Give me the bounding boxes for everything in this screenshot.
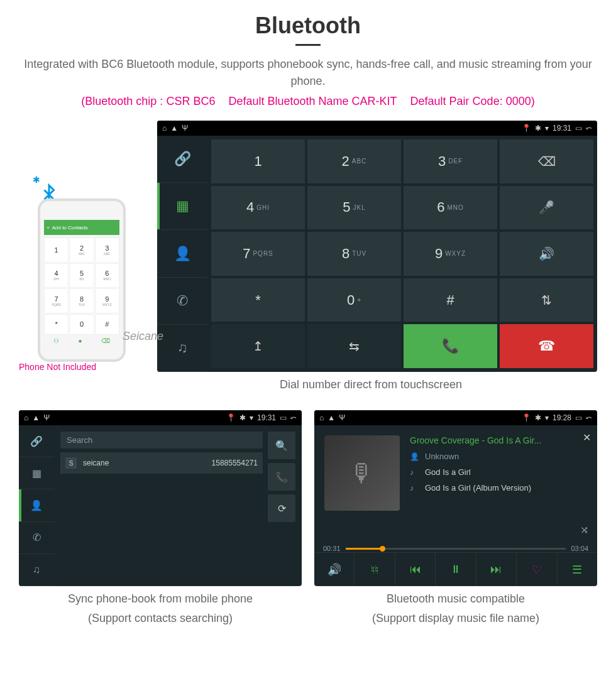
- phone-key: 7PQRS: [44, 288, 69, 313]
- phonebook-caption-2: (Support contacts searching): [19, 612, 302, 625]
- phone-key: *: [44, 314, 69, 335]
- home-icon[interactable]: ⌂: [162, 124, 167, 133]
- sidebar-dialpad-icon[interactable]: ▦: [157, 183, 207, 230]
- sidebar-pair-icon[interactable]: 🔗: [19, 425, 54, 457]
- title-underline: [295, 44, 321, 46]
- spec-name: Default Bluetooth Name CAR-KIT: [228, 95, 397, 107]
- sync-button[interactable]: ⟳: [268, 494, 295, 522]
- dialer-screen: ⌂ ▲ Ψ 📍 ✱ ▾ 19:31 ▭ ⤺ 🔗 ▦ 👤 ✆ ♫: [157, 121, 597, 372]
- sidebar-music-icon[interactable]: ♫: [157, 325, 207, 372]
- album-art: 🎙: [324, 435, 400, 511]
- spec-chip: (Bluetooth chip : CSR BC6: [81, 95, 215, 107]
- wifi-icon: ▾: [545, 413, 549, 422]
- contact-initial: S: [65, 457, 77, 469]
- sidebar-calllog-icon[interactable]: ✆: [19, 522, 54, 554]
- spec-pair: Default Pair Code: 0000): [410, 95, 535, 107]
- dial-speaker-button[interactable]: 🔊: [500, 232, 593, 276]
- call-icon: ●: [78, 337, 82, 344]
- dial-backspace-button[interactable]: ⌫: [500, 139, 593, 183]
- back-icon[interactable]: ⤺: [586, 124, 592, 133]
- phone-key: 9WXYZ: [95, 288, 119, 313]
- status-bar: ⌂ ▲ Ψ 📍 ✱ ▾ 19:31 ▭ ⤺: [19, 410, 302, 425]
- dial-mute-button[interactable]: 🎤: [500, 186, 593, 230]
- pause-button[interactable]: ⏸: [436, 553, 476, 586]
- warning-icon: ▲: [170, 124, 178, 133]
- phone-key: 3DEF: [95, 237, 119, 263]
- bluetooth-status-icon: ✱: [535, 413, 541, 422]
- back-icon[interactable]: ⤺: [586, 413, 592, 422]
- favorite-button[interactable]: ♡: [517, 553, 557, 586]
- dial-key-3[interactable]: 3DEF: [404, 139, 497, 183]
- phone-mockup: + Add to Contacts 1 2ABC 3DEF 4GHI 5JKL …: [38, 199, 126, 362]
- usb-icon: Ψ: [339, 413, 345, 422]
- home-icon[interactable]: ⌂: [24, 413, 28, 422]
- progress-bar[interactable]: [346, 548, 566, 550]
- search-input[interactable]: Search: [60, 432, 263, 449]
- call-button[interactable]: 📞: [268, 463, 295, 491]
- dial-transfer-button[interactable]: ⇅: [500, 278, 593, 322]
- note-icon: ♪: [410, 468, 420, 477]
- sidebar-contacts-icon[interactable]: 👤: [157, 230, 207, 277]
- next-button[interactable]: ⏭: [476, 553, 517, 586]
- dial-key-5[interactable]: 5JKL: [307, 186, 401, 230]
- recents-icon[interactable]: ▭: [575, 124, 582, 133]
- sidebar-pair-icon[interactable]: 🔗: [157, 136, 207, 183]
- sidebar-music-icon[interactable]: ♫: [19, 554, 54, 586]
- bluetooth-status-icon: ✱: [239, 413, 246, 422]
- bluetooth-status-icon: ✱: [535, 124, 541, 133]
- phone-key: 1: [44, 237, 69, 263]
- dial-key-8[interactable]: 8TUV: [307, 232, 401, 276]
- dial-swap-up-button[interactable]: ↥: [211, 324, 305, 368]
- status-bar: ⌂ ▲ Ψ 📍 ✱ ▾ 19:28 ▭ ⤺: [314, 410, 597, 425]
- shuffle-button[interactable]: ⤨: [580, 524, 588, 536]
- dial-key-6[interactable]: 6MNO: [404, 186, 497, 230]
- sidebar-dialpad-icon[interactable]: ▦: [19, 457, 54, 489]
- track-artist: Unknown: [425, 452, 459, 461]
- usb-icon: Ψ: [182, 124, 188, 133]
- contact-number: 15885554271: [212, 459, 258, 467]
- dial-key-4[interactable]: 4GHI: [211, 186, 305, 230]
- dial-hangup-button[interactable]: ☎: [500, 324, 593, 368]
- time-elapsed: 00:31: [323, 545, 341, 552]
- artist-icon: 👤: [410, 452, 420, 461]
- clock: 19:31: [553, 124, 571, 133]
- phone-key: 2ABC: [69, 237, 94, 263]
- phonebook-screen: ⌂ ▲ Ψ 📍 ✱ ▾ 19:31 ▭ ⤺ 🔗 ▦ 👤 ✆: [19, 410, 302, 586]
- eq-button[interactable]: ♮♮: [355, 553, 395, 586]
- status-bar: ⌂ ▲ Ψ 📍 ✱ ▾ 19:31 ▭ ⤺: [157, 121, 597, 136]
- location-icon: 📍: [522, 124, 531, 133]
- recents-icon[interactable]: ▭: [575, 413, 582, 422]
- wifi-icon: ▾: [545, 124, 549, 133]
- dial-key-hash[interactable]: #: [404, 278, 497, 322]
- back-icon[interactable]: ⤺: [290, 413, 297, 422]
- phone-key: 5JKL: [69, 263, 94, 288]
- location-icon: 📍: [522, 413, 531, 422]
- sidebar-calllog-icon[interactable]: ✆: [157, 278, 207, 325]
- playlist-button[interactable]: ☰: [558, 553, 597, 586]
- note-icon: ♪: [410, 484, 420, 493]
- music-controls: 🔊 ♮♮ ⏮ ⏸ ⏭ ♡ ☰: [314, 552, 597, 586]
- dial-key-0[interactable]: 0+: [307, 278, 401, 322]
- dial-key-1[interactable]: 1: [211, 139, 305, 183]
- dial-key-7[interactable]: 7PQRS: [211, 232, 305, 276]
- home-icon[interactable]: ⌂: [319, 413, 324, 422]
- dial-key-star[interactable]: *: [211, 278, 305, 322]
- volume-button[interactable]: 🔊: [314, 553, 355, 586]
- contact-row[interactable]: S seicane 15885554271: [60, 452, 263, 474]
- phone-key: #: [95, 314, 119, 335]
- track-name-1: God Is a Girl: [425, 467, 471, 477]
- phone-key: 4GHI: [44, 263, 69, 288]
- phone-key: 6MNO: [95, 263, 119, 288]
- dial-swap-button[interactable]: ⇆: [307, 324, 401, 368]
- dialer-caption: Dial number direct from touchscreen: [145, 378, 597, 391]
- dial-key-2[interactable]: 2ABC: [307, 139, 401, 183]
- prev-button[interactable]: ⏮: [395, 553, 436, 586]
- phone-mock-header: + Add to Contacts: [44, 220, 119, 235]
- search-button[interactable]: 🔍: [268, 432, 295, 459]
- close-button[interactable]: ✕: [583, 432, 591, 444]
- recents-icon[interactable]: ▭: [280, 413, 287, 422]
- dial-call-button[interactable]: 📞: [404, 324, 497, 368]
- phone-key: 8TUV: [69, 288, 94, 313]
- sidebar-contacts-icon[interactable]: 👤: [19, 489, 54, 521]
- dial-key-9[interactable]: 9WXYZ: [404, 232, 497, 276]
